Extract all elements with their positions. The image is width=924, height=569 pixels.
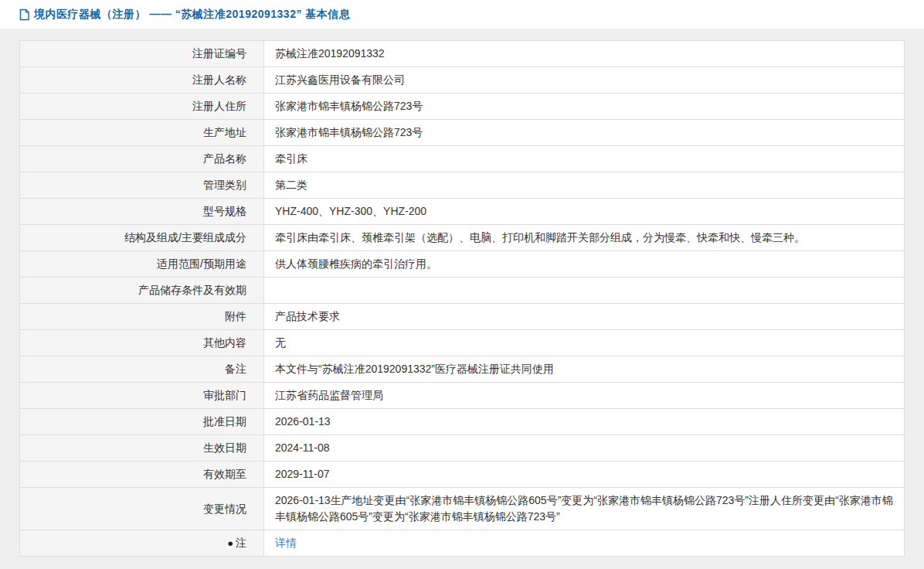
- row-value: 苏械注准20192091332: [264, 41, 905, 67]
- table-row: 审批部门江苏省药品监督管理局: [20, 383, 905, 409]
- table-row: 注册人名称江苏兴鑫医用设备有限公司: [20, 67, 905, 94]
- note-label-cell: ●注: [20, 530, 264, 557]
- row-value: 2026-01-13: [264, 409, 905, 435]
- note-value-cell: 详情: [264, 530, 905, 557]
- row-label: 备注: [20, 356, 264, 383]
- row-value: [264, 278, 905, 304]
- note-row: ●注详情: [20, 530, 905, 557]
- row-value: 张家港市锦丰镇杨锦公路723号: [264, 120, 905, 146]
- table-row: 产品名称牵引床: [20, 146, 905, 172]
- row-value: 牵引床由牵引床、颈椎牵引架（选配）、电脑、打印机和脚踏开关部分组成，分为慢牵、快…: [264, 225, 905, 251]
- row-value: 张家港市锦丰镇杨锦公路723号: [264, 94, 905, 120]
- table-row: 适用范围/预期用途供人体颈腰椎疾病的牵引治疗用。: [20, 251, 905, 278]
- row-value: 江苏兴鑫医用设备有限公司: [264, 67, 905, 94]
- details-link[interactable]: 详情: [275, 537, 297, 549]
- row-label: 型号规格: [20, 199, 264, 225]
- table-row: 注册证编号苏械注准20192091332: [20, 41, 905, 67]
- table-row: 产品储存条件及有效期: [20, 278, 905, 304]
- table-row: 结构及组成/主要组成成分牵引床由牵引床、颈椎牵引架（选配）、电脑、打印机和脚踏开…: [20, 225, 905, 251]
- row-value: 无: [264, 330, 905, 356]
- table-row: 附件产品技术要求: [20, 304, 905, 330]
- row-label: 产品名称: [20, 146, 264, 172]
- row-label: 结构及组成/主要组成成分: [20, 225, 264, 251]
- row-value: 牵引床: [264, 146, 905, 172]
- page-title: 境内医疗器械（注册） —— “苏械注准20192091332” 基本信息: [34, 8, 350, 22]
- row-label: 变更情况: [20, 488, 264, 530]
- row-label: 注册人住所: [20, 94, 264, 120]
- note-bullet-icon: ●: [227, 536, 233, 551]
- row-label: 适用范围/预期用途: [20, 251, 264, 278]
- row-label: 注册证编号: [20, 41, 264, 67]
- row-label: 生产地址: [20, 120, 264, 146]
- row-value: 产品技术要求: [264, 304, 905, 330]
- header-bar: 境内医疗器械（注册） —— “苏械注准20192091332” 基本信息: [0, 0, 924, 29]
- row-value: 2029-11-07: [264, 462, 905, 488]
- row-label: 产品储存条件及有效期: [20, 278, 264, 304]
- table-row: 生效日期2024-11-08: [20, 435, 905, 462]
- table-row: 备注本文件与“苏械注准20192091332”医疗器械注册证共同使用: [20, 356, 905, 383]
- table-row: 注册人住所张家港市锦丰镇杨锦公路723号: [20, 94, 905, 120]
- table-row: 变更情况2026-01-13生产地址变更由“张家港市锦丰镇杨锦公路605号”变更…: [20, 488, 905, 530]
- table-row: 批准日期2026-01-13: [20, 409, 905, 435]
- note-label: 注: [236, 537, 246, 549]
- row-value: 江苏省药品监督管理局: [264, 383, 905, 409]
- row-value: 2026-01-13生产地址变更由“张家港市锦丰镇杨锦公路605号”变更为“张家…: [264, 488, 905, 530]
- info-table: 注册证编号苏械注准20192091332注册人名称江苏兴鑫医用设备有限公司注册人…: [19, 40, 905, 557]
- table-row: 有效期至2029-11-07: [20, 462, 905, 488]
- row-label: 生效日期: [20, 435, 264, 462]
- row-label: 审批部门: [20, 383, 264, 409]
- row-value: YHZ-400、YHZ-300、YHZ-200: [264, 199, 905, 225]
- row-value: 2024-11-08: [264, 435, 905, 462]
- table-row: 型号规格YHZ-400、YHZ-300、YHZ-200: [20, 199, 905, 225]
- row-label: 有效期至: [20, 462, 264, 488]
- table-row: 其他内容无: [20, 330, 905, 356]
- row-value: 供人体颈腰椎疾病的牵引治疗用。: [264, 251, 905, 278]
- table-row: 管理类别第二类: [20, 172, 905, 199]
- table-row: 生产地址张家港市锦丰镇杨锦公路723号: [20, 120, 905, 146]
- row-label: 附件: [20, 304, 264, 330]
- info-table-container: 注册证编号苏械注准20192091332注册人名称江苏兴鑫医用设备有限公司注册人…: [19, 40, 905, 557]
- row-value: 本文件与“苏械注准20192091332”医疗器械注册证共同使用: [264, 356, 905, 383]
- document-icon: [19, 9, 29, 21]
- row-label: 其他内容: [20, 330, 264, 356]
- row-label: 批准日期: [20, 409, 264, 435]
- row-label: 管理类别: [20, 172, 264, 199]
- row-value: 第二类: [264, 172, 905, 199]
- row-label: 注册人名称: [20, 67, 264, 94]
